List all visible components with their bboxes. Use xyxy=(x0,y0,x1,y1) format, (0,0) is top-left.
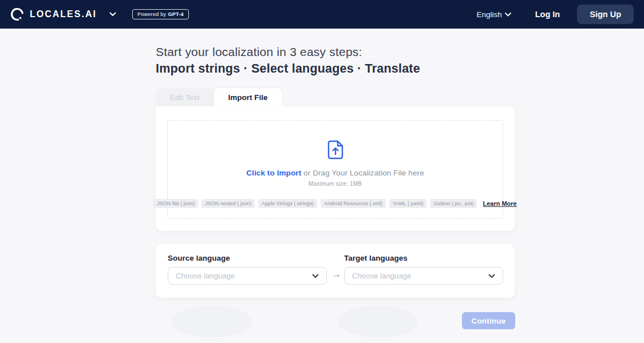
format-badge-json-flat: JSON flat (.json) xyxy=(153,199,198,208)
background-blob xyxy=(338,306,418,337)
max-size-note: Maximum size: 1MB xyxy=(309,181,362,187)
target-languages-placeholder: Choose language xyxy=(352,272,411,280)
click-to-import-link[interactable]: Click to Import xyxy=(246,169,301,177)
language-selection-card: Source language Target languages Choose … xyxy=(156,244,515,298)
format-badge-apple-strings: Apple Strings (.strings) xyxy=(258,199,317,208)
source-language-select[interactable]: Choose language xyxy=(168,267,327,285)
powered-by-badge: Powered by GPT-4 xyxy=(132,9,189,19)
hero-title-line2: Import strings · Select languages · Tran… xyxy=(156,62,420,76)
format-badge-android-xml: Android Resources (.xml) xyxy=(321,199,386,208)
powered-by-model: GPT-4 xyxy=(168,11,184,17)
chevron-down-icon xyxy=(505,13,511,17)
nav-left: LOCALES.AI Powered by GPT-4 xyxy=(9,6,189,22)
language-switcher-label: English xyxy=(476,10,501,19)
language-switcher[interactable]: English xyxy=(476,10,511,19)
chevron-down-icon[interactable] xyxy=(109,12,116,17)
format-badge-json-nested: JSON nested (.json) xyxy=(202,199,255,208)
background-blob xyxy=(172,306,252,337)
arrow-right-icon: → xyxy=(329,269,344,280)
supported-formats-row: JSON flat (.json) JSON nested (.json) Ap… xyxy=(168,199,503,208)
format-badge-gettext: Gettext (.po, .pot) xyxy=(430,199,477,208)
powered-by-label: Powered by xyxy=(137,11,167,17)
hero-title-line1: Start your localization in 3 easy steps: xyxy=(156,45,420,59)
continue-button[interactable]: Continue xyxy=(462,312,515,329)
dropzone-instruction: Click to Import or Drag Your Localizatio… xyxy=(246,169,424,177)
import-card: Click to Import or Drag Your Localizatio… xyxy=(156,106,515,231)
top-nav: LOCALES.AI Powered by GPT-4 English Log … xyxy=(0,0,644,29)
brand-logo-icon[interactable] xyxy=(9,6,25,22)
target-languages-label: Target languages xyxy=(344,254,408,262)
brand-name[interactable]: LOCALES.AI xyxy=(30,9,97,19)
login-button[interactable]: Log In xyxy=(535,10,560,19)
locales-app: LOCALES.AI Powered by GPT-4 English Log … xyxy=(0,0,644,343)
source-language-label: Source language xyxy=(168,254,230,262)
target-languages-select[interactable]: Choose language xyxy=(344,267,503,285)
tab-edit-text[interactable]: Edit Text xyxy=(156,88,214,106)
nav-right: English Log In Sign Up xyxy=(476,5,634,24)
hero-heading: Start your localization in 3 easy steps:… xyxy=(156,45,420,76)
file-upload-icon xyxy=(327,140,344,162)
signup-button[interactable]: Sign Up xyxy=(577,5,634,24)
format-badge-yaml: YAML (.yaml) xyxy=(389,199,427,208)
tab-import-file[interactable]: Import File xyxy=(214,88,282,106)
chevron-down-icon xyxy=(488,274,495,278)
learn-more-link[interactable]: Learn More xyxy=(483,200,516,207)
drag-file-text: or Drag Your Localization File here xyxy=(301,169,424,177)
source-language-placeholder: Choose language xyxy=(176,272,235,280)
file-dropzone[interactable]: Click to Import or Drag Your Localizatio… xyxy=(167,120,503,219)
chevron-down-icon xyxy=(312,274,319,278)
import-mode-tabs: Edit Text Import File xyxy=(156,88,282,106)
